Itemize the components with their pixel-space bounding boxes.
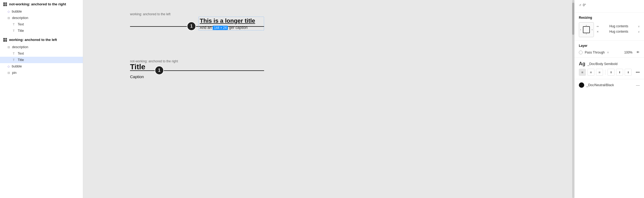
- align-btn-right[interactable]: ≡: [596, 69, 603, 76]
- typography-section: Ag _Doc/Body Semibold ≡ ≡ ≡ ⬆ ⬆ ⬇ •••: [575, 58, 644, 79]
- section1-title: This is a longer title: [200, 17, 255, 24]
- color-name-label: _Doc/Neutral/Black: [586, 83, 634, 87]
- layer-title: Layer: [579, 44, 640, 48]
- layer-item-description-2[interactable]: ⊟ description: [0, 44, 83, 50]
- layer-blend-mode[interactable]: Pass Through: [585, 51, 605, 54]
- align-btn-top[interactable]: ⬆: [608, 69, 615, 76]
- group-header-working[interactable]: working: anchored to the left: [0, 36, 83, 44]
- eye-icon[interactable]: 👁: [636, 50, 640, 54]
- layer-opacity[interactable]: 100%: [624, 51, 632, 54]
- layer-label-description-2: description: [12, 45, 28, 49]
- align-row: ≡ ≡ ≡ ⬆ ⬆ ⬇ •••: [579, 69, 640, 76]
- layer-item-description-1[interactable]: ⊟ description: [0, 15, 83, 21]
- align-separator: [605, 70, 605, 75]
- rotation-icon: ↺: [579, 3, 581, 7]
- text-icon-2: T: [12, 29, 16, 32]
- badge2-label: 1: [158, 68, 161, 73]
- typo-ag-label: Ag: [579, 61, 585, 67]
- resize-wrap: ⌄ ⌃ › ‹ ⇔ Hug contents ∨ ✕ Hug contents: [579, 22, 640, 37]
- resize-inner-box: [583, 26, 590, 33]
- rotation-section: ↺ 0°: [575, 0, 644, 13]
- badge1-label: 1: [190, 24, 193, 29]
- layer-label-title-1: Title: [18, 29, 24, 33]
- typo-row: Ag _Doc/Body Semibold: [579, 61, 640, 67]
- bars-icon-2: ⊟: [8, 45, 10, 49]
- layer-label-pin: pin: [12, 71, 17, 75]
- layer-section-right: Layer Pass Through ∨ 100% 👁: [575, 41, 644, 58]
- grid-icon: [3, 2, 7, 6]
- group-label-working: working: anchored to the left: [9, 38, 57, 42]
- text-icon-3: T: [12, 52, 16, 55]
- color-dash-btn[interactable]: —: [636, 83, 640, 87]
- align-bottom-icon: ⬇: [627, 71, 629, 74]
- section2-line: [130, 70, 264, 71]
- text-icon-4: T: [12, 58, 16, 62]
- align-more-icon[interactable]: •••: [636, 70, 640, 74]
- right-panel: ↺ 0° Resizing ⌄ ⌃ › ‹ ⇔ Hug contents: [574, 0, 644, 198]
- grid-icon-2: [3, 38, 7, 42]
- align-top-icon: ⬆: [610, 71, 612, 74]
- layer-row: Pass Through ∨ 100% 👁: [579, 50, 640, 54]
- group-header-not-working[interactable]: not-working: anchored to the right: [0, 0, 83, 8]
- layer-label-title-2: Title: [18, 58, 24, 62]
- layer-item-title-1[interactable]: T Title: [0, 28, 83, 34]
- section2-title: Title: [130, 63, 145, 71]
- section1-caption-row: And an 144 × 24 ger caption: [200, 25, 263, 30]
- caption-highlight: 144 × 24: [213, 26, 228, 30]
- layer-label-text-2: Text: [18, 52, 24, 55]
- badge2-circle: 1: [155, 66, 164, 75]
- align-right-icon: ≡: [598, 70, 601, 74]
- layer-label-bubble-2: bubble: [12, 64, 22, 68]
- title-selection-box: This is a longer title And an 144 × 24 g…: [198, 17, 264, 31]
- diamond-icon-2: ◇: [8, 65, 10, 68]
- group-label-not-working: not-working: anchored to the right: [9, 2, 66, 6]
- resize-label-2: Hug contents: [609, 30, 628, 33]
- layer-item-bubble-1[interactable]: ◇ bubble: [0, 8, 83, 15]
- align-center-icon: ≡: [590, 70, 592, 74]
- resize-chevron-2: ∨: [638, 30, 640, 33]
- resizing-section: Resizing ⌄ ⌃ › ‹ ⇔ Hug contents ∨: [575, 13, 644, 41]
- resize-row-1[interactable]: ⇔ Hug contents ∨: [597, 24, 640, 28]
- rotation-row: ↺ 0°: [579, 3, 640, 7]
- align-btn-middle[interactable]: ⬆: [616, 69, 623, 76]
- resize-visual: ⌄ ⌃ › ‹: [579, 22, 594, 37]
- layer-item-title-2[interactable]: T Title: [0, 57, 83, 63]
- blend-chevron[interactable]: ∨: [607, 51, 609, 54]
- layer-label-description-1: description: [12, 16, 28, 20]
- resize-hv-icon-2: ✕: [597, 30, 599, 33]
- caption-post: ger caption: [229, 25, 247, 30]
- resize-options: ⇔ Hug contents ∨ ✕ Hug contents ∨: [597, 24, 640, 35]
- typo-font-name[interactable]: _Doc/Body Semibold: [587, 62, 617, 66]
- layer-item-bubble-2[interactable]: ◇ bubble: [0, 63, 83, 70]
- color-section: _Doc/Neutral/Black —: [575, 79, 644, 91]
- layer-label-bubble-1: bubble: [12, 10, 22, 13]
- bars-icon-3: ⊟: [8, 71, 10, 75]
- caption-pre: And an: [200, 25, 213, 30]
- resize-arrow-right: ‹: [592, 28, 593, 31]
- resize-arrow-top: ⌄: [585, 24, 587, 26]
- align-btn-center[interactable]: ≡: [587, 69, 594, 76]
- resize-hv-icon-1: ⇔: [597, 25, 599, 28]
- text-icon-1: T: [12, 23, 16, 26]
- align-btn-left[interactable]: ≡: [579, 69, 586, 76]
- color-swatch[interactable]: [579, 82, 584, 88]
- rotation-value: 0°: [583, 3, 586, 7]
- bars-icon-1: ⊟: [8, 16, 10, 20]
- color-row: _Doc/Neutral/Black —: [579, 82, 640, 88]
- canvas-area: working: anchored to the left 1 This is …: [83, 0, 574, 198]
- badge1-circle: 1: [187, 22, 196, 31]
- resize-row-2[interactable]: ✕ Hug contents ∨: [597, 30, 640, 33]
- resize-arrow-bottom: ⌃: [585, 33, 587, 36]
- align-btn-bottom[interactable]: ⬇: [625, 69, 632, 76]
- scrollbar[interactable]: [572, 0, 574, 198]
- align-left-icon: ≡: [581, 70, 583, 74]
- section2-caption: Caption: [130, 74, 144, 79]
- resize-arrow-left: ›: [580, 28, 581, 31]
- layer-item-text-1[interactable]: T Text: [0, 21, 83, 28]
- layer-item-pin[interactable]: ⊟ pin: [0, 70, 83, 76]
- layer-section-1: not-working: anchored to the right ◇ bub…: [0, 0, 83, 76]
- scrollbar-thumb[interactable]: [572, 3, 574, 35]
- layer-mode-circle: [579, 51, 583, 54]
- layer-item-text-2[interactable]: T Text: [0, 50, 83, 57]
- layer-label-text-1: Text: [18, 22, 24, 26]
